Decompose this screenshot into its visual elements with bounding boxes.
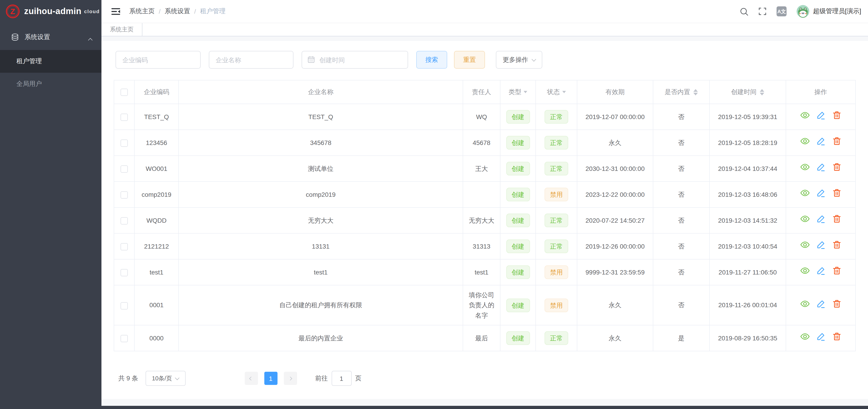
sidebar-group-system-settings[interactable]: 系统设置 [0,25,101,50]
cell-validity: 2019-12-26 00:00:00 [577,233,653,259]
cell-code: TEST_Q [134,104,179,130]
breadcrumb-item-home[interactable]: 系统主页 [129,7,155,15]
column-header-6[interactable]: 是否内置 [653,80,709,104]
status-badge: 禁用 [545,265,568,279]
breadcrumb-item-settings[interactable]: 系统设置 [165,7,190,15]
eye-icon[interactable] [800,189,810,198]
sort-carets-icon[interactable] [760,89,764,96]
page-number-current[interactable]: 1 [264,372,277,385]
trash-icon[interactable] [832,332,841,342]
row-checkbox[interactable] [121,302,128,309]
search-icon[interactable] [740,7,748,16]
more-actions-button[interactable]: 更多操作 [496,51,542,69]
pencil-icon[interactable] [816,266,826,276]
tab-system-home[interactable]: 系统主页 [101,23,143,36]
filter-caret-icon[interactable] [524,91,527,93]
chevron-down-icon [532,57,536,61]
eye-icon[interactable] [800,163,810,172]
fullscreen-icon[interactable] [758,7,767,15]
sidebar-item-global-users[interactable]: 全局用户 [0,73,101,96]
eye-icon[interactable] [800,214,810,224]
reset-button[interactable]: 重置 [454,51,485,69]
pencil-icon[interactable] [816,111,826,120]
enterprise-name-input[interactable] [209,51,293,69]
filter-caret-icon[interactable] [562,91,566,93]
trash-icon[interactable] [832,189,841,198]
cell-builtin: 否 [653,104,709,130]
row-checkbox[interactable] [121,191,128,199]
row-checkbox[interactable] [121,139,128,147]
pencil-icon[interactable] [816,137,826,146]
cell-owner: 最后 [463,325,500,351]
table-row: 21212121313131313创建正常2019-12-26 00:00:00… [114,233,856,259]
eye-icon[interactable] [800,332,810,342]
row-checkbox[interactable] [121,335,128,342]
sort-carets-icon[interactable] [693,89,698,96]
create-time-input[interactable] [302,51,408,69]
cell-status: 正常 [536,156,577,181]
sidebar-collapse-button[interactable] [112,7,120,15]
eye-icon[interactable] [800,240,810,250]
filter-bar: 搜索 重置 更多操作 [116,51,855,69]
trash-icon[interactable] [832,163,841,172]
type-badge: 创建 [506,298,530,312]
column-header-4[interactable]: 状态 [536,80,577,104]
pagination: 共 9 条 10条/页 1 前往 页 [114,371,855,386]
column-header-3[interactable]: 类型 [500,80,536,104]
prev-page-button[interactable] [245,372,258,385]
pencil-icon[interactable] [816,189,826,198]
sidebar-item-tenant-management[interactable]: 租户管理 [0,50,101,73]
chevron-left-icon [249,376,253,380]
pencil-icon[interactable] [816,332,826,342]
page-size-select[interactable]: 10条/页 [145,371,185,386]
row-checkbox[interactable] [121,165,128,173]
trash-icon[interactable] [832,266,841,276]
cell-code: WQDD [134,207,179,233]
goto-page-input[interactable] [332,371,351,386]
row-select-cell [114,285,134,325]
cell-actions [786,130,856,156]
column-header-2: 责任人 [463,80,500,104]
trash-icon[interactable] [832,111,841,120]
eye-icon[interactable] [800,111,810,120]
type-badge: 创建 [506,213,530,227]
user-menu[interactable]: 超级管理员[演示] [797,5,861,18]
row-select-cell [114,207,134,233]
eye-icon[interactable] [800,299,810,309]
trash-icon[interactable] [832,137,841,146]
cell-owner: 填你公司负责人的名字 [463,285,500,325]
cell-name: 测试单位 [179,156,463,181]
eye-icon[interactable] [800,137,810,146]
trash-icon[interactable] [832,214,841,224]
select-all-checkbox[interactable] [121,89,128,96]
eye-icon[interactable] [800,266,810,276]
pencil-icon[interactable] [816,240,826,250]
next-page-button[interactable] [284,372,297,385]
pencil-icon[interactable] [816,214,826,224]
trash-icon[interactable] [832,299,841,309]
trash-icon[interactable] [832,240,841,250]
cell-actions [786,181,856,207]
row-checkbox[interactable] [121,243,128,250]
cell-code: comp2019 [134,181,179,207]
search-button[interactable]: 搜索 [416,51,447,69]
cell-owner [463,181,500,207]
cell-code: 123456 [134,130,179,156]
pencil-icon[interactable] [816,163,826,172]
row-checkbox[interactable] [121,114,128,121]
row-checkbox[interactable] [121,269,128,276]
pencil-icon[interactable] [816,299,826,309]
column-label: 状态 [547,88,560,95]
column-label: 是否内置 [665,88,690,95]
cell-builtin: 否 [653,181,709,207]
translate-icon[interactable]: A文 [777,6,786,16]
row-checkbox[interactable] [121,217,128,225]
column-header-7[interactable]: 创建时间 [709,80,786,104]
status-badge: 正常 [545,239,568,253]
cell-actions [786,325,856,351]
cell-type: 创建 [500,325,536,351]
enterprise-code-input[interactable] [116,51,200,69]
cell-builtin: 否 [653,156,709,181]
bottom-edge-strip [0,406,868,409]
database-icon [11,33,19,41]
